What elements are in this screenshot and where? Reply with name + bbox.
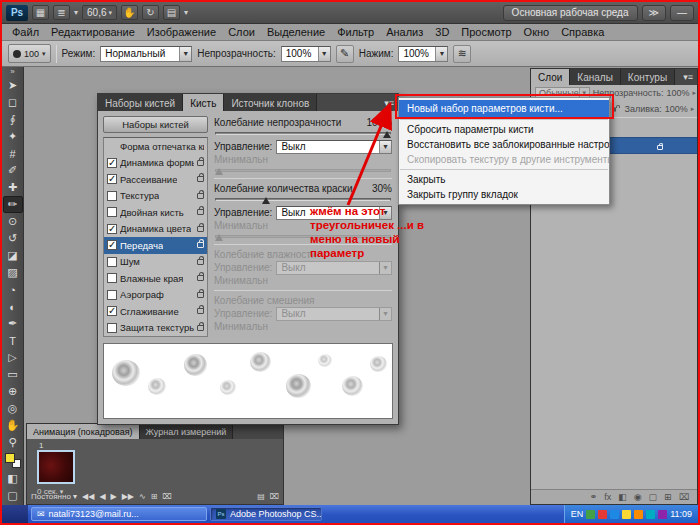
option-scattering[interactable]: Рассеивание [104,171,207,188]
tray-icon[interactable] [622,510,631,519]
menu-item-close-tab-group[interactable]: Закрыть группу вкладок [399,187,609,202]
healing-brush-tool-icon[interactable]: ✚ [3,179,23,196]
tab-channels[interactable]: Каналы [570,69,621,85]
trash-icon[interactable]: ⌧ [270,492,279,501]
menu-layers[interactable]: Слои [222,25,261,39]
overflow-button[interactable]: ≫ [642,5,666,21]
tween-icon[interactable]: ∿ [139,492,146,501]
menu-item-clear-brush-controls[interactable]: Сбросить параметры кисти [399,122,609,137]
dodge-tool-icon[interactable]: ◐ [3,298,23,315]
option-dual-brush[interactable]: Двойная кисть [104,204,207,221]
duplicate-frame-icon[interactable]: ⊞ [151,492,158,501]
layers-opacity-value[interactable]: 100% [666,88,689,98]
menu-image[interactable]: Изображение [141,25,222,39]
lock-icon[interactable] [197,308,204,314]
hand-tool-icon[interactable]: ✋ [121,5,138,20]
delete-frame-icon[interactable]: ⌧ [162,492,171,501]
path-selection-tool-icon[interactable]: ▷ [3,349,23,366]
lock-icon[interactable] [197,193,204,199]
taskbar-button-photoshop[interactable]: Ps Adobe Photoshop CS... [210,507,322,521]
gradient-tool-icon[interactable]: ▨ [3,264,23,281]
chevron-right-icon[interactable]: ▸ [691,105,695,113]
tray-icon[interactable] [598,510,607,519]
tab-measurement-log[interactable]: Журнал измерений [140,424,234,439]
menu-view[interactable]: Просмотр [455,25,517,39]
shape-tool-icon[interactable]: ▭ [3,366,23,383]
screen-mode-icon[interactable]: ▢ [3,487,23,504]
control-select[interactable]: Выкл ▼ [276,140,392,154]
type-tool-icon[interactable]: T [3,332,23,349]
lock-icon[interactable] [197,259,204,265]
tray-icon[interactable] [646,510,655,519]
rotate-view-icon[interactable]: ↻ [142,5,159,20]
menu-item-reset-locked-settings[interactable]: Восстановить все заблокированные настрой… [399,137,609,152]
checkbox-icon[interactable] [107,273,117,283]
tab-brush-presets[interactable]: Наборы кистей [98,94,183,111]
opacity-jitter-value[interactable]: 100% [366,117,392,128]
option-smoothing[interactable]: Сглаживание [104,303,207,320]
next-frame-icon[interactable]: ▶▶ [122,492,134,501]
option-brush-tip-shape[interactable]: Форма отпечатка кисти [104,138,207,155]
checkbox-icon[interactable] [107,290,117,300]
tab-paths[interactable]: Контуры [621,69,675,85]
option-shape-dynamics[interactable]: Динамика формы [104,155,207,172]
checkbox-icon[interactable] [107,174,117,184]
layer-mask-icon[interactable]: ◧ [618,492,627,502]
panel-menu-icon[interactable]: ▾≡ [380,94,398,111]
brush-presets-button[interactable]: Наборы кистей [103,116,208,133]
color-swatches[interactable] [5,453,21,468]
option-color-dynamics[interactable]: Динамика цвета [104,221,207,238]
lock-icon[interactable] [197,160,204,166]
lock-icon[interactable] [197,176,204,182]
arrange-documents-icon[interactable]: ▤ [163,5,180,20]
checkbox-icon[interactable] [107,257,117,267]
flow-jitter-value[interactable]: 30% [372,183,392,194]
tray-icon[interactable] [586,510,595,519]
checkbox-icon[interactable] [107,207,117,217]
tray-icon[interactable] [610,510,619,519]
play-icon[interactable]: ▶ [111,492,117,501]
brush-preset-picker[interactable]: 100 ▾ [8,44,51,63]
fill-value[interactable]: 100% [665,104,688,114]
option-protect-texture[interactable]: Защита текстуры [104,320,207,337]
lock-icon[interactable] [197,325,204,331]
tray-icon[interactable] [658,510,667,519]
menu-help[interactable]: Справка [555,25,610,39]
checkbox-icon[interactable] [107,323,117,333]
lasso-tool-icon[interactable]: ∮ [3,111,23,128]
menu-item-close[interactable]: Закрыть [399,172,609,187]
option-airbrush[interactable]: Аэрограф [104,287,207,304]
language-indicator[interactable]: EN [571,509,584,519]
launch-bridge-icon[interactable]: ▦ [32,5,49,20]
new-layer-icon[interactable]: ⊞ [664,492,672,502]
menu-3d[interactable]: 3D [429,25,455,39]
panel-menu-icon[interactable]: ▾≡ [679,69,697,85]
checkbox-icon[interactable] [107,306,117,316]
marquee-tool-icon[interactable]: ◻ [3,94,23,111]
tray-icon[interactable] [634,510,643,519]
zoom-tool-icon[interactable]: ⚲ [3,434,23,451]
zoom-level-control[interactable]: 60,6 ▾ [82,5,117,20]
clone-stamp-tool-icon[interactable]: ⊙ [3,213,23,230]
lock-icon[interactable] [197,209,204,215]
previous-frame-icon[interactable]: ◀ [99,492,105,501]
tab-brush[interactable]: Кисть [183,94,224,111]
first-frame-icon[interactable]: ◀◀ [82,492,94,501]
3d-orbit-tool-icon[interactable]: ◎ [3,400,23,417]
minimize-button[interactable]: — [670,5,694,21]
checkbox-icon[interactable] [107,158,117,168]
quick-selection-tool-icon[interactable]: ✦ [3,128,23,145]
option-texture[interactable]: Текстура [104,188,207,205]
menu-filter[interactable]: Фильтр [331,25,380,39]
mode-select[interactable]: Нормальный ▼ [100,46,192,62]
foreground-color-swatch[interactable] [5,453,15,463]
menu-item-new-brush-preset[interactable]: Новый набор параметров кисти... [399,100,609,117]
option-wet-edges[interactable]: Влажные края [104,270,207,287]
flow-jitter-slider[interactable] [214,195,392,204]
3d-rotate-tool-icon[interactable]: ⊕ [3,383,23,400]
lock-icon[interactable] [197,226,204,232]
tablet-pressure-opacity-icon[interactable]: ✎ [336,45,354,63]
pen-tool-icon[interactable]: ✒ [3,315,23,332]
crop-tool-icon[interactable]: # [3,145,23,162]
menu-analysis[interactable]: Анализ [380,25,429,39]
